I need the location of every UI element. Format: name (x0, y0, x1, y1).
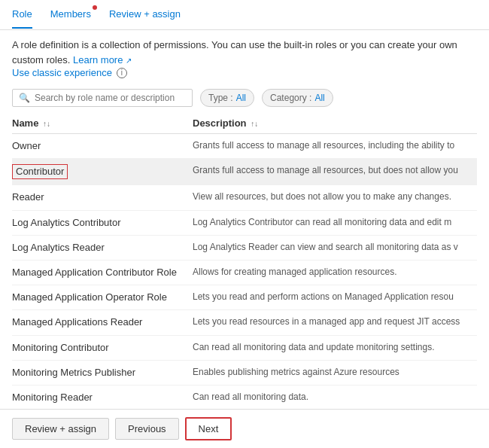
role-name-cell: Managed Applications Reader (12, 310, 193, 335)
tab-bar: Role Members Review + assign (0, 0, 489, 30)
name-sort-icon[interactable]: ↑↓ (43, 120, 50, 128)
role-description-cell: Can read all monitoring data. (193, 385, 477, 409)
roles-table: Name ↑↓ Description ↑↓ OwnerGrants full … (12, 113, 477, 409)
description-area: A role definition is a collection of per… (0, 30, 489, 83)
tab-members[interactable]: Members (50, 1, 91, 29)
table-row[interactable]: Monitoring ReaderCan read all monitoring… (12, 385, 477, 409)
external-link-icon: ↗ (126, 56, 132, 65)
category-filter-button[interactable]: Category : All (262, 89, 333, 107)
role-description-cell: Grants full access to manage all resourc… (193, 134, 477, 159)
table-row[interactable]: Managed Applications ReaderLets you read… (12, 310, 477, 335)
table-row[interactable]: Monitoring ContributorCan read all monit… (12, 335, 477, 360)
table-row[interactable]: Managed Application Operator RoleLets yo… (12, 285, 477, 310)
role-description-cell: Log Analytics Reader can view and search… (193, 235, 477, 260)
desc-sort-icon[interactable]: ↑↓ (251, 120, 258, 128)
role-description-cell: Grants full access to manage all resourc… (193, 159, 477, 185)
description-text: A role definition is a collection of per… (12, 38, 477, 67)
review-assign-button[interactable]: Review + assign (12, 418, 109, 440)
column-header-description[interactable]: Description ↑↓ (193, 113, 477, 134)
table-row[interactable]: Monitoring Metrics PublisherEnables publ… (12, 360, 477, 385)
table-row[interactable]: Log Analytics ContributorLog Analytics C… (12, 210, 477, 235)
role-description-cell: Log Analytics Contributor can read all m… (193, 210, 477, 235)
tab-role[interactable]: Role (12, 1, 32, 29)
table-header-row: Name ↑↓ Description ↑↓ (12, 113, 477, 134)
search-filters-bar: 🔍 Type : All Category : All (0, 83, 489, 113)
role-description-cell: Lets you read and perform actions on Man… (193, 285, 477, 310)
role-name-cell: Monitoring Contributor (12, 335, 193, 360)
search-input[interactable] (35, 93, 186, 103)
members-dot (93, 5, 97, 10)
role-description-cell: Lets you read resources in a managed app… (193, 310, 477, 335)
tab-review-assign[interactable]: Review + assign (109, 1, 181, 29)
role-name-cell: Log Analytics Contributor (12, 210, 193, 235)
column-header-name[interactable]: Name ↑↓ (12, 113, 193, 134)
role-name-cell: Managed Application Contributor Role (12, 260, 193, 285)
table-row[interactable]: Managed Application Contributor RoleAllo… (12, 260, 477, 285)
role-description-cell: Can read all monitoring data and update … (193, 335, 477, 360)
footer-bar: Review + assign Previous Next (0, 409, 489, 448)
role-name-cell: Reader (12, 185, 193, 210)
role-description-cell: Enables publishing metrics against Azure… (193, 360, 477, 385)
role-name-cell: Contributor (12, 159, 193, 185)
previous-button[interactable]: Previous (115, 418, 179, 440)
role-name-cell: Log Analytics Reader (12, 235, 193, 260)
search-icon: 🔍 (19, 93, 30, 103)
table-row[interactable]: ContributorGrants full access to manage … (12, 159, 477, 185)
role-name-cell: Monitoring Metrics Publisher (12, 360, 193, 385)
table-row[interactable]: OwnerGrants full access to manage all re… (12, 134, 477, 159)
type-filter-button[interactable]: Type : All (200, 89, 254, 107)
classic-experience-link[interactable]: Use classic experience i (12, 67, 477, 78)
role-name-cell: Managed Application Operator Role (12, 285, 193, 310)
role-description-cell: View all resources, but does not allow y… (193, 185, 477, 210)
roles-table-container: Name ↑↓ Description ↑↓ OwnerGrants full … (0, 113, 489, 409)
contributor-label: Contributor (12, 164, 68, 179)
info-icon: i (117, 68, 127, 78)
main-container: Role Members Review + assign A role defi… (0, 0, 489, 448)
table-row[interactable]: Log Analytics ReaderLog Analytics Reader… (12, 235, 477, 260)
role-name-cell: Owner (12, 134, 193, 159)
next-button[interactable]: Next (185, 417, 232, 440)
search-box[interactable]: 🔍 (12, 89, 193, 107)
learn-more-link[interactable]: Learn more (73, 54, 123, 66)
role-name-cell: Monitoring Reader (12, 385, 193, 409)
role-description-cell: Allows for creating managed application … (193, 260, 477, 285)
table-row[interactable]: ReaderView all resources, but does not a… (12, 185, 477, 210)
